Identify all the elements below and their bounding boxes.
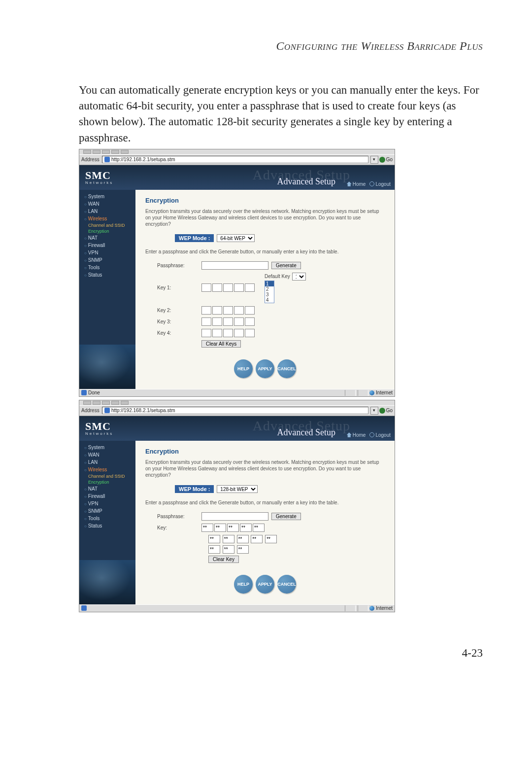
- clear-all-keys-button[interactable]: Clear All Keys: [201, 340, 241, 348]
- address-field[interactable]: http://192.168.2.1/setupa.stm: [102, 156, 368, 163]
- ie-page-icon: [104, 408, 110, 413]
- sidebar-item-firewall[interactable]: ○Firewall: [79, 242, 135, 249]
- internet-zone-icon: [369, 390, 374, 395]
- logout-label: Logout: [375, 432, 391, 438]
- sidebar-sub-channel-ssid[interactable]: Channel and SSID: [79, 473, 135, 479]
- status-done-text: Done: [88, 390, 100, 395]
- key128-b3[interactable]: [227, 524, 239, 532]
- sidebar-sub-channel-ssid[interactable]: Channel and SSID: [79, 222, 135, 228]
- sidebar-item-firewall[interactable]: ○Firewall: [79, 493, 135, 500]
- generate-button[interactable]: Generate: [271, 513, 301, 520]
- default-key-option-1[interactable]: 1: [265, 281, 274, 286]
- sidebar-item-status[interactable]: ○Status: [79, 522, 135, 529]
- key4-box-4[interactable]: [234, 329, 244, 337]
- sidebar-item-wan[interactable]: ○WAN: [79, 200, 135, 208]
- home-link[interactable]: Home: [347, 181, 366, 187]
- address-dropdown-button[interactable]: ▾: [370, 156, 378, 164]
- sidebar-item-nat[interactable]: ○NAT: [79, 485, 135, 493]
- key1-box-2[interactable]: [212, 283, 222, 292]
- ie-status-bar: Done Internet: [79, 389, 395, 396]
- key128-b10[interactable]: [265, 535, 277, 543]
- key128-b1[interactable]: [201, 524, 213, 532]
- key2-box-3[interactable]: [223, 306, 233, 315]
- sidebar-item-nat[interactable]: ○NAT: [79, 234, 135, 242]
- key128-b4[interactable]: [240, 524, 252, 532]
- key128-b11[interactable]: [208, 545, 220, 554]
- key128-b9[interactable]: [251, 535, 263, 543]
- key3-box-2[interactable]: [212, 317, 222, 326]
- generate-button[interactable]: Generate: [271, 262, 301, 269]
- go-label[interactable]: Go: [386, 157, 393, 162]
- go-icon[interactable]: [379, 408, 385, 414]
- go-icon[interactable]: [379, 157, 385, 163]
- key2-label: Key 2:: [145, 308, 201, 313]
- key2-box-4[interactable]: [234, 306, 244, 315]
- key128-b2[interactable]: [214, 524, 226, 532]
- key4-box-5[interactable]: [245, 329, 255, 337]
- apply-button[interactable]: APPLY: [256, 359, 274, 378]
- key1-box-4[interactable]: [234, 283, 244, 292]
- sidebar-item-vpn[interactable]: ○VPN: [79, 500, 135, 507]
- sidebar-sub-encryption[interactable]: Encryption: [79, 228, 135, 234]
- cancel-button[interactable]: CANCEL: [277, 575, 296, 594]
- sidebar-item-status[interactable]: ○Status: [79, 271, 135, 279]
- sidebar-sub-encryption[interactable]: Encryption: [79, 479, 135, 485]
- sidebar-item-tools[interactable]: ○Tools: [79, 515, 135, 522]
- sidebar-item-vpn[interactable]: ○VPN: [79, 249, 135, 256]
- sidebar-item-snmp[interactable]: ○SNMP: [79, 256, 135, 264]
- passphrase-input[interactable]: [201, 261, 268, 270]
- key3-box-1[interactable]: [201, 317, 211, 326]
- key128-b6[interactable]: [208, 535, 220, 543]
- key1-box-3[interactable]: [223, 283, 233, 292]
- default-key-open-list[interactable]: 1 2 3 4: [265, 281, 274, 303]
- page-number: 4-23: [79, 647, 483, 660]
- header-title: Advanced Setup: [277, 176, 335, 187]
- sidebar-item-lan[interactable]: ○LAN: [79, 208, 135, 215]
- address-field[interactable]: http://192.168.2.1/setupa.stm: [102, 407, 368, 414]
- key2-box-2[interactable]: [212, 306, 222, 315]
- key1-box-1[interactable]: [201, 283, 211, 292]
- default-key-option-3[interactable]: 3: [265, 292, 274, 297]
- key128-b8[interactable]: [237, 535, 249, 543]
- key2-box-1[interactable]: [201, 306, 211, 315]
- key3-box-3[interactable]: [223, 317, 233, 326]
- key4-box-3[interactable]: [223, 329, 233, 337]
- go-label[interactable]: Go: [386, 408, 393, 413]
- logout-link[interactable]: Logout: [369, 432, 391, 438]
- key128-b5[interactable]: [253, 524, 265, 532]
- sidebar-item-system[interactable]: ○System: [79, 193, 135, 200]
- clear-key-button[interactable]: Clear Key: [208, 556, 239, 563]
- home-link[interactable]: Home: [347, 432, 366, 438]
- key3-box-5[interactable]: [245, 317, 255, 326]
- wep-mode-select[interactable]: 128-bit WEP: [217, 485, 258, 493]
- apply-button[interactable]: APPLY: [256, 575, 274, 594]
- key128-b13[interactable]: [237, 545, 249, 554]
- key4-box-1[interactable]: [201, 329, 211, 337]
- internet-zone-icon: [369, 606, 374, 611]
- key4-box-2[interactable]: [212, 329, 222, 337]
- key1-box-5[interactable]: [245, 283, 255, 292]
- help-button[interactable]: HELP: [234, 575, 253, 594]
- address-label: Address: [81, 157, 102, 162]
- sidebar-item-snmp[interactable]: ○SNMP: [79, 507, 135, 515]
- wep-mode-select[interactable]: 64-bit WEP: [217, 234, 255, 242]
- passphrase-input[interactable]: [201, 512, 268, 521]
- logout-link[interactable]: Logout: [369, 181, 391, 187]
- key2-box-5[interactable]: [245, 306, 255, 315]
- home-label: Home: [353, 181, 366, 187]
- sidebar-item-tools[interactable]: ○Tools: [79, 264, 135, 271]
- key128-b12[interactable]: [223, 545, 234, 554]
- sidebar-item-system[interactable]: ○System: [79, 444, 135, 451]
- default-key-select[interactable]: 1: [292, 273, 306, 281]
- default-key-option-2[interactable]: 2: [265, 286, 274, 292]
- key128-b7[interactable]: [223, 535, 234, 543]
- cancel-button[interactable]: CANCEL: [277, 359, 296, 378]
- default-key-option-4[interactable]: 4: [265, 297, 274, 303]
- sidebar-item-lan[interactable]: ○LAN: [79, 458, 135, 466]
- sidebar-item-wireless[interactable]: ○Wireless: [79, 466, 135, 473]
- address-dropdown-button[interactable]: ▾: [370, 407, 378, 415]
- sidebar-item-wireless[interactable]: ○Wireless: [79, 215, 135, 222]
- key3-box-4[interactable]: [234, 317, 244, 326]
- sidebar-item-wan[interactable]: ○WAN: [79, 451, 135, 458]
- help-button[interactable]: HELP: [234, 359, 253, 378]
